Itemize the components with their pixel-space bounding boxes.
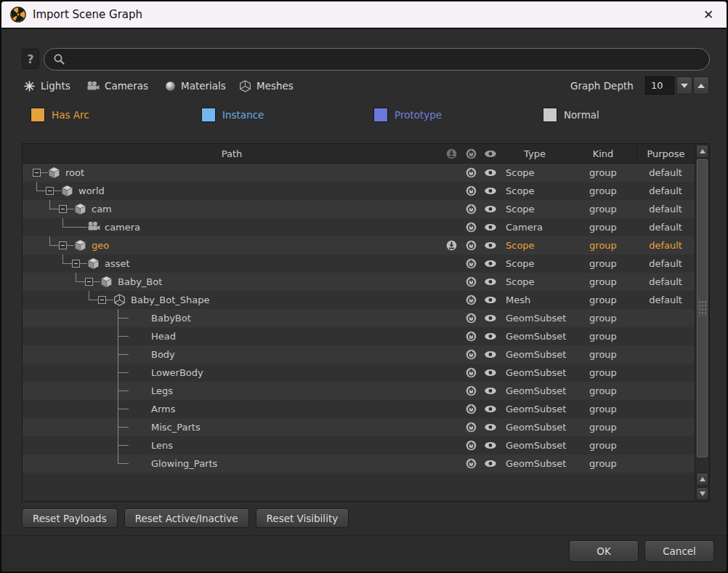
active-toggle-icon[interactable] [461,273,480,291]
visibility-toggle-icon[interactable] [480,255,500,273]
expand-toggle[interactable] [59,205,67,213]
legend-has-arc: Has Arc [31,108,89,122]
tree-row-legs[interactable]: LegsGeomSubsetgroup [23,382,695,400]
tree-row-lowerbody[interactable]: LowerBodyGeomSubsetgroup [23,364,695,382]
tree-row-glowing_parts[interactable]: Glowing_PartsGeomSubsetgroup [23,454,695,473]
cube-icon [61,185,73,197]
visibility-toggle-icon[interactable] [480,309,500,327]
visibility-toggle-icon[interactable] [480,273,500,291]
expand-toggle[interactable] [46,187,54,195]
visibility-toggle-icon[interactable] [480,400,500,418]
scrollbar-thumb[interactable] [697,159,708,457]
active-toggle-icon[interactable] [461,291,480,309]
close-icon[interactable]: ✕ [699,5,718,24]
active-toggle-icon[interactable] [461,454,480,473]
graph-depth-decrease-button[interactable] [676,76,692,95]
visibility-toggle-icon[interactable] [480,327,500,345]
active-toggle-icon[interactable] [461,364,480,382]
tree-connector [76,273,85,282]
active-toggle-icon[interactable] [461,218,480,236]
reset-active-inactive-button[interactable]: Reset Active/Inactive [124,508,249,528]
tree-row-world[interactable]: worldScopegroupdefault [23,182,695,200]
vertical-scrollbar[interactable] [695,144,709,501]
expand-toggle[interactable] [33,169,41,177]
payload-icon[interactable] [441,236,461,255]
tree-row-root[interactable]: rootScopegroupdefault [23,164,695,182]
scrollbar-grip [698,300,707,316]
filter-lights[interactable]: Lights [23,76,70,95]
active-toggle-icon[interactable] [461,255,480,273]
active-toggle-icon[interactable] [461,400,480,418]
visibility-toggle-icon[interactable] [480,200,500,218]
tree-row-camera[interactable]: cameraCameragroupdefault [23,218,695,236]
ok-button[interactable]: OK [569,540,639,562]
scroll-up-button[interactable] [696,145,708,158]
active-column-icon[interactable] [461,145,480,163]
visibility-toggle-icon[interactable] [480,418,500,436]
graph-depth-increase-button[interactable] [693,76,709,95]
filter-meshes[interactable]: Meshes [239,76,294,95]
column-header-type[interactable]: Type [500,148,570,159]
help-button[interactable]: ? [22,49,39,69]
visibility-toggle-icon[interactable] [480,218,500,236]
active-toggle-icon[interactable] [461,200,480,218]
payload-cell [441,345,461,364]
active-toggle-icon[interactable] [461,164,480,182]
visibility-toggle-icon[interactable] [480,382,500,400]
search-input[interactable] [70,54,700,65]
tree-row-baby_bot_shape[interactable]: Baby_Bot_ShapeMeshgroupdefault [23,291,695,309]
expand-toggle[interactable] [85,278,93,286]
tree-row-geo[interactable]: geoScopegroupdefault [23,236,695,255]
tree-row-baby_bot[interactable]: Baby_BotScopegroupdefault [23,273,695,291]
tree-row-asset[interactable]: assetScopegroupdefault [23,255,695,273]
expand-toggle[interactable] [59,241,67,249]
tree-row-lens[interactable]: LensGeomSubsetgroup [23,436,695,454]
visibility-column-icon[interactable] [480,145,500,163]
tree-row-cam[interactable]: camScopegroupdefault [23,200,695,218]
filter-cameras[interactable]: Cameras [86,76,148,95]
column-header-purpose[interactable]: Purpose [636,144,695,164]
visibility-toggle-icon[interactable] [480,236,500,255]
active-toggle-icon[interactable] [461,182,480,200]
tree-row-babybot[interactable]: BabyBotGeomSubsetgroup [23,309,695,327]
tree-row-body[interactable]: BodyGeomSubsetgroup [23,345,695,364]
path-cell: Head [23,327,441,345]
tree-connector [118,390,129,391]
reset-payloads-button[interactable]: Reset Payloads [22,508,118,528]
reset-visibility-button[interactable]: Reset Visibility [256,508,349,528]
active-toggle-icon[interactable] [461,436,480,454]
visibility-toggle-icon[interactable] [480,454,500,473]
cancel-button[interactable]: Cancel [644,540,714,562]
visibility-toggle-icon[interactable] [480,182,500,200]
active-toggle-icon[interactable] [461,418,480,436]
path-cell: LowerBody [23,364,441,382]
active-toggle-icon[interactable] [461,309,480,327]
visibility-toggle-icon[interactable] [480,364,500,382]
payload-cell [441,454,461,473]
tree-row-arms[interactable]: ArmsGeomSubsetgroup [23,400,695,418]
scroll-down-button[interactable] [696,487,708,500]
tree-row-misc_parts[interactable]: Misc_PartsGeomSubsetgroup [23,418,695,436]
legend-swatch [373,108,388,122]
expand-toggle[interactable] [72,260,80,268]
expand-toggle[interactable] [98,296,106,304]
payload-column-icon[interactable] [441,145,461,163]
column-header-path[interactable]: Path [23,145,441,163]
filter-materials[interactable]: Materials [165,76,226,95]
graph-depth-input[interactable] [645,76,674,95]
active-toggle-icon[interactable] [461,236,480,255]
node-label: root [65,164,84,182]
visibility-toggle-icon[interactable] [480,291,500,309]
tree-connector [49,200,59,209]
visibility-toggle-icon[interactable] [480,345,500,364]
node-label: Lens [151,436,173,454]
column-header-kind[interactable]: Kind [570,148,636,159]
tree-row-head[interactable]: HeadGeomSubsetgroup [23,327,695,345]
visibility-toggle-icon[interactable] [480,164,500,182]
active-toggle-icon[interactable] [461,382,480,400]
active-toggle-icon[interactable] [461,327,480,345]
path-cell: root [23,164,441,182]
scroll-up-button-bottom[interactable] [696,473,708,486]
visibility-toggle-icon[interactable] [480,436,500,454]
active-toggle-icon[interactable] [461,345,480,364]
